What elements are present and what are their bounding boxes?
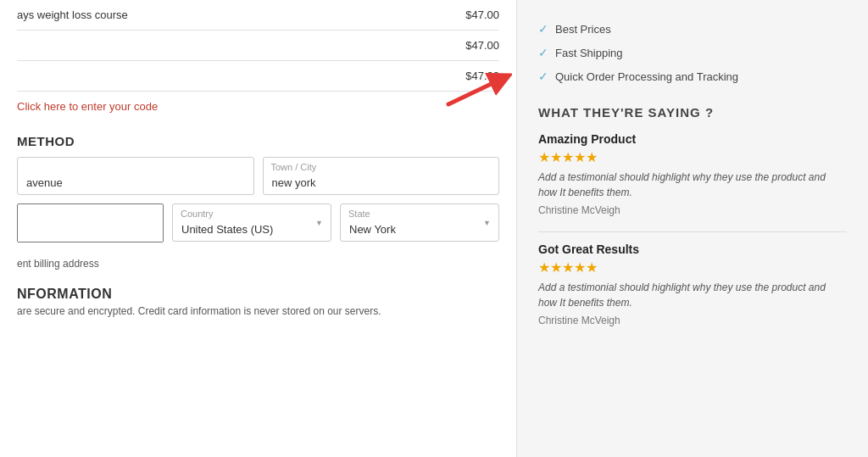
check-icon-2: ✓ xyxy=(538,46,548,59)
svg-line-1 xyxy=(448,79,502,104)
testimonials-section-title: WHAT THEY'RE SAYING ? xyxy=(538,105,847,120)
subtotal-row: $47.00 xyxy=(17,31,499,61)
address-field xyxy=(17,157,254,195)
testimonial-2: Got Great Results ★★★★★ Add a testimonia… xyxy=(538,242,847,326)
country-label: Country xyxy=(181,209,214,219)
address-city-row: Town / City xyxy=(17,157,499,195)
country-field: Country United States (US) xyxy=(172,203,331,242)
check-icon-1: ✓ xyxy=(538,22,548,36)
testimonial-1-author: Christine McVeigh xyxy=(538,204,847,216)
feature-text-2: Fast Shipping xyxy=(555,47,623,59)
coupon-link[interactable]: Click here to enter your code xyxy=(17,92,499,121)
feature-item: ✓ Best Prices xyxy=(538,17,847,41)
testimonial-2-stars: ★★★★★ xyxy=(538,259,847,276)
info-heading: NFORMATION xyxy=(17,287,499,302)
city-label: Town / City xyxy=(271,162,317,172)
product-name: ays weight loss course xyxy=(17,8,128,21)
total-row: $47.00 xyxy=(17,61,499,92)
feature-text-3: Quick Order Processing and Tracking xyxy=(555,70,738,83)
zip-field xyxy=(17,203,164,242)
features-list: ✓ Best Prices ✓ Fast Shipping ✓ Quick Or… xyxy=(538,17,847,88)
address-input[interactable] xyxy=(17,157,254,195)
testimonial-1-stars: ★★★★★ xyxy=(538,149,847,165)
testimonial-1: Amazing Product ★★★★★ Add a testimonial … xyxy=(538,132,847,216)
city-field: Town / City xyxy=(263,157,500,195)
method-heading: METHOD xyxy=(17,134,499,148)
subtotal-price: $47.00 xyxy=(465,39,499,52)
billing-note: ent billing address xyxy=(17,251,499,276)
feature-item: ✓ Quick Order Processing and Tracking xyxy=(538,64,847,88)
feature-text-1: Best Prices xyxy=(555,23,611,36)
feature-item: ✓ Fast Shipping xyxy=(538,41,847,64)
testimonial-2-title: Got Great Results xyxy=(538,242,847,256)
product-price: $47.00 xyxy=(465,8,499,21)
state-field: State New York xyxy=(340,203,499,242)
zip-input[interactable] xyxy=(17,203,164,242)
red-arrow-icon xyxy=(444,70,512,113)
testimonial-divider xyxy=(538,231,847,232)
testimonial-1-title: Amazing Product xyxy=(538,132,847,146)
testimonial-2-text: Add a testimonial should highlight why t… xyxy=(538,280,847,310)
state-label: State xyxy=(348,209,370,219)
coupon-arrow-area: Click here to enter your code xyxy=(17,92,499,121)
check-icon-3: ✓ xyxy=(538,70,548,83)
testimonial-2-author: Christine McVeigh xyxy=(538,315,847,326)
country-state-row: Country United States (US) State New Yor… xyxy=(17,203,499,242)
secure-note: are secure and encrypted. Credit card in… xyxy=(17,305,499,317)
right-panel: ✓ Best Prices ✓ Fast Shipping ✓ Quick Or… xyxy=(517,0,868,457)
left-panel: ays weight loss course $47.00 $47.00 $47… xyxy=(0,0,517,457)
testimonial-1-text: Add a testimonial should highlight why t… xyxy=(538,170,847,200)
product-row: ays weight loss course $47.00 xyxy=(17,0,499,31)
